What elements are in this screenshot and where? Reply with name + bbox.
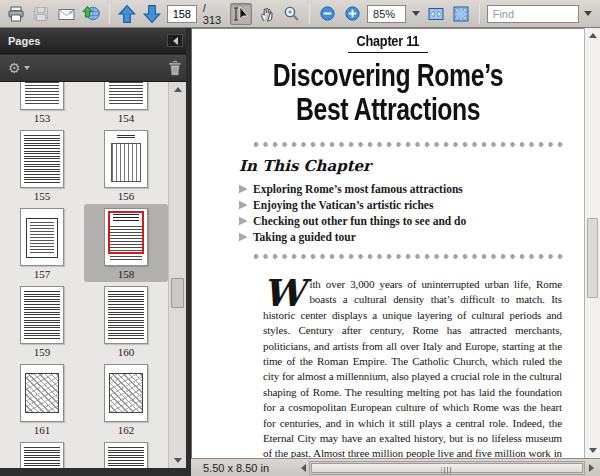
thumbnail-page-162[interactable]: 162 [84,360,168,438]
thumbnail-label: 155 [34,190,51,202]
page-size-label: 5.50 x 8.50 in [203,462,269,474]
drop-cap: W [263,280,304,307]
document-horizontal-scrollbar[interactable] [297,461,597,475]
chapter-number-heading: Chapter 11 [192,32,584,53]
triangle-bullet-icon [239,185,247,193]
fit-page-icon [452,5,470,23]
email-button[interactable] [56,3,77,25]
thumbnail-label: 161 [34,424,51,436]
thumbnail-image [20,364,64,422]
thumbnail-label: 154 [118,112,135,124]
fit-width-button[interactable] [426,3,447,25]
printer-icon [7,5,25,23]
pages-panel-title: Pages [8,35,167,47]
toolbar-separator [109,4,110,24]
select-tool-button[interactable] [230,3,252,25]
scroll-down-button[interactable] [169,453,186,468]
find-input[interactable] [487,5,579,23]
dotted-divider-top [253,141,566,148]
zoom-out-button[interactable] [317,3,338,25]
thumbnail-label: 156 [118,190,135,202]
scroll-right-button[interactable] [585,461,597,475]
in-this-chapter-heading: In This Chapter [239,157,568,175]
document-page[interactable]: Chapter 11 Discovering Rome’s Best Attra… [191,28,584,458]
thumbnail-page-155[interactable]: 155 [0,126,84,204]
triangle-bullet-icon [239,217,247,225]
share-button[interactable] [81,3,102,25]
thumbnail-page-161[interactable]: 161 [0,360,84,438]
thumbnail-image [104,82,148,110]
scrollbar-thumb[interactable] [171,278,184,308]
thumbnail-page-153[interactable]: 153 [0,82,84,126]
scrollbar-thumb[interactable] [587,218,598,298]
thumbnail-label: 157 [34,268,51,280]
document-content: Chapter 11 Discovering Rome’s Best Attra… [192,29,584,458]
find-options-caret[interactable] [583,5,594,23]
thumbnail-page-156[interactable]: 156 [84,126,168,204]
scroll-up-icon [174,87,182,92]
pages-panel: Pages ⚙ 153 154 155 156 [0,28,191,476]
options-menu-button[interactable]: ⚙ [8,61,30,75]
thumbnail-image [20,82,64,110]
zoom-level-select[interactable]: 85% [367,5,406,23]
zoom-marquee-button[interactable] [281,3,302,25]
next-page-button[interactable] [142,3,163,25]
fit-width-icon [427,5,445,23]
fit-page-button[interactable] [451,3,472,25]
chevron-left-icon [173,37,178,45]
thumbnail-label: 158 [118,268,135,280]
page-total-label: / 313 [203,2,224,26]
scrollbar-track[interactable] [309,461,585,475]
thumbnail-page-160[interactable]: 160 [84,282,168,360]
scroll-up-button[interactable] [169,82,186,97]
scroll-left-icon [301,464,306,472]
thumbnail-image [20,208,64,266]
thumbnail-page-partial[interactable] [0,438,84,468]
delete-pages-button[interactable] [167,60,183,77]
hand-tool-icon [258,5,276,23]
zoom-in-button[interactable] [342,3,363,25]
select-tool-icon [231,5,251,23]
thumbnail-page-154[interactable]: 154 [84,82,168,126]
hand-tool-button[interactable] [256,3,277,25]
thumbnail-page-159[interactable]: 159 [0,282,84,360]
chapter-bullet-item: Exploring Rome’s most famous attractions [239,181,568,197]
zoom-in-icon [344,5,361,22]
triangle-bullet-icon [239,201,247,209]
thumbnails-scrollbar[interactable] [168,82,186,468]
print-button[interactable] [6,3,27,25]
scroll-up-button[interactable] [585,28,600,43]
chevron-down-icon [412,11,420,16]
thumbnail-page-158-selected[interactable]: 158 [84,204,168,282]
thumbnail-grid: 153 154 155 156 157 158 [0,82,168,468]
chapter-title-line1: Discovering Rome’s [273,59,503,93]
globe-upload-icon [81,4,101,23]
thumbnail-page-partial[interactable] [84,438,168,468]
save-button[interactable] [31,3,52,25]
gear-icon: ⚙ [8,61,21,75]
zoom-level-caret[interactable] [410,5,421,23]
chapter-bullet-item: Taking a guided tour [239,229,568,245]
toolbar: / 313 85% [0,0,600,28]
thumbnail-label: 162 [118,424,135,436]
thumbnail-image [20,442,64,468]
previous-page-button[interactable] [117,3,138,25]
email-icon [57,5,76,23]
page-view-indicator[interactable] [108,211,144,254]
collapse-panel-button[interactable] [167,34,183,47]
scrollbar-thumb[interactable] [311,463,583,473]
page-number-input[interactable] [167,5,197,23]
thumbnail-image [104,286,148,344]
chapter-title-line2: Best Attractions [296,93,480,127]
chevron-down-icon [24,66,30,70]
triangle-bullet-icon [239,233,247,241]
scroll-left-button[interactable] [297,461,309,475]
zoom-out-icon [319,5,336,22]
scroll-down-button[interactable] [585,443,600,458]
thumbnail-image [20,130,64,188]
scroll-up-icon [589,33,597,38]
in-this-chapter-box: In This Chapter Exploring Rome’s most fa… [239,141,568,260]
magnifier-icon [283,5,301,23]
thumbnail-page-157[interactable]: 157 [0,204,84,282]
document-vertical-scrollbar[interactable] [584,28,600,458]
